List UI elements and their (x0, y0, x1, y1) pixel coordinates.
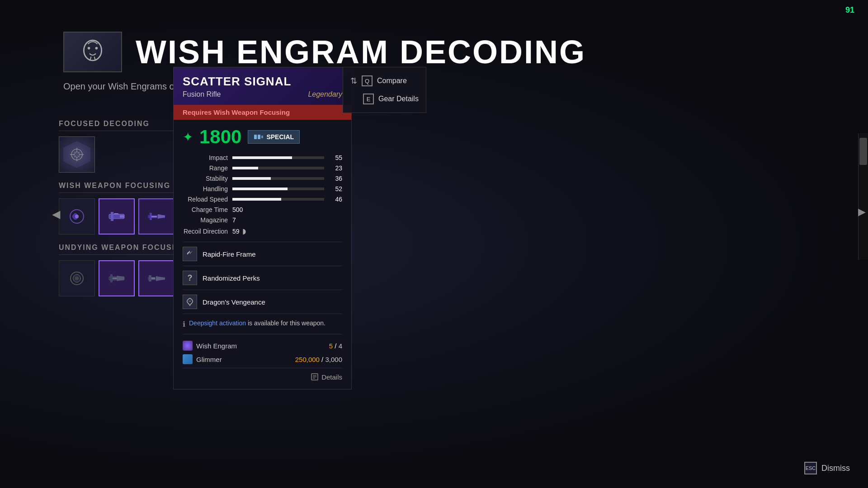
svg-rect-27 (261, 136, 263, 138)
weapon-card-body: ✦ 1800 SPECIAL Impact 55 Range (174, 120, 351, 389)
undying-slot-2[interactable] (99, 260, 135, 296)
glimmer-cost-value: 250,000 / 3,000 (295, 356, 342, 363)
weapon-type-row: Fusion Rifle Legendary (183, 90, 342, 99)
weapon-card-header: SCATTER SIGNAL Fusion Rifle Legendary (174, 67, 351, 105)
context-menu: ⇅ Q Compare E Gear Details (343, 67, 426, 113)
svg-rect-21 (113, 277, 117, 279)
engram-cost-value: 5 / 4 (329, 342, 342, 350)
perk-name-randomized: Randomized Perks (203, 274, 260, 282)
cost-label-glimmer: Glimmer (183, 354, 222, 364)
stat-name-reload: Reload Speed (183, 196, 232, 203)
wish-weapon-icon-2 (105, 205, 128, 228)
deepsight-text: Deepsight activation is available for th… (189, 319, 326, 327)
cost-label-engram: Wish Engram (183, 341, 237, 351)
svg-rect-25 (254, 135, 257, 139)
compare-label: Compare (377, 77, 407, 85)
glimmer-label: Glimmer (196, 356, 222, 363)
right-scrollbar[interactable] (858, 133, 868, 260)
context-compare[interactable]: ⇅ Q Compare (343, 72, 426, 90)
engram-cost-ok: 4 (339, 342, 342, 350)
weapon-rarity: Legendary (308, 90, 342, 99)
deepsight-link[interactable]: Deepsight activation (189, 319, 246, 327)
stat-name-stability: Stability (183, 175, 232, 182)
dismiss-button[interactable]: ESC Dismiss (804, 462, 850, 474)
stat-value-charge-time: 500 (232, 206, 243, 213)
stat-value-magazine: 7 (232, 216, 236, 224)
stat-bar-impact (232, 156, 324, 159)
gear-key: E (363, 94, 374, 104)
perk-name-dragons-vengeance: Dragon's Vengeance (203, 298, 265, 306)
svg-rect-26 (258, 135, 260, 139)
header-icon (63, 32, 122, 72)
perk-randomized: ? Randomized Perks (183, 266, 342, 290)
question-mark: ? (188, 273, 193, 283)
focused-slot-1[interactable] (59, 136, 95, 173)
wish-engram-icon (77, 36, 108, 68)
stat-name-charge-time: Charge Time (183, 206, 232, 213)
cost-row-engram: Wish Engram 5 / 4 (183, 341, 342, 351)
stat-value-handling: 52 (329, 185, 342, 192)
engram-cost-sep: / (335, 342, 338, 350)
svg-point-10 (75, 215, 79, 218)
stat-bar-fill-impact (232, 156, 292, 159)
compare-key: Q (362, 75, 373, 86)
deepsight-suffix: is available for this weapon. (246, 319, 326, 327)
focused-hex-icon (63, 141, 90, 168)
stat-bar-fill-reload (232, 198, 281, 201)
perk-rapid-fire: Rapid-Fire Frame (183, 242, 342, 266)
stat-bar-fill-handling (232, 188, 288, 190)
undying-slot-3[interactable] (138, 260, 175, 296)
stat-name-range: Range (183, 164, 232, 172)
context-gear-details[interactable]: E Gear Details (343, 90, 426, 108)
wish-slot-1[interactable] (59, 198, 95, 235)
svg-point-0 (84, 40, 101, 61)
nav-arrow-left[interactable]: ◀ (52, 208, 60, 221)
requires-banner: Requires Wish Weapon Focusing (174, 105, 351, 120)
stat-row-charge-time: Charge Time 500 (183, 206, 342, 213)
weapon-name: SCATTER SIGNAL (183, 75, 342, 89)
engram-icon (183, 341, 193, 351)
svg-rect-23 (149, 275, 151, 282)
dismiss-key: ESC (804, 462, 817, 474)
wish-slot-2[interactable] (99, 198, 135, 235)
undying-slot-1[interactable] (59, 260, 95, 296)
svg-point-2 (95, 47, 98, 50)
dragons-vengeance-icon (185, 297, 194, 306)
gear-details-label: Gear Details (378, 95, 419, 103)
wish-weapon-icon-3 (145, 205, 168, 228)
details-button[interactable]: Details (183, 368, 342, 383)
stat-value-recoil: 59 (232, 228, 240, 235)
undying-weapon-icon-1 (66, 267, 88, 290)
stats-section: Impact 55 Range 23 Stability 36 (183, 154, 342, 235)
stat-bar-reload (232, 198, 324, 201)
top-right-value: 91 (845, 5, 854, 15)
power-row: ✦ 1800 SPECIAL (183, 126, 342, 148)
page-title: WISH ENGRAM DECODING (136, 33, 586, 70)
perk-icon-rapid-fire (183, 247, 197, 261)
weapon-type: Fusion Rifle (183, 90, 221, 99)
stat-value-stability: 36 (329, 175, 342, 182)
stat-value-reload: 46 (329, 196, 342, 203)
perk-icon-randomized: ? (183, 271, 197, 285)
glimmer-icon (183, 354, 193, 364)
svg-rect-20 (110, 274, 113, 282)
recoil-indicator: ◗ (242, 227, 246, 235)
stat-name-magazine: Magazine (183, 216, 232, 224)
power-icon: ✦ (183, 130, 193, 145)
wish-slot-3[interactable] (138, 198, 175, 235)
power-level: 1800 (199, 126, 241, 148)
header-subtitle: Open your Wish Engrams or c... (63, 81, 192, 92)
right-nav-arrow[interactable]: ▶ (858, 206, 866, 218)
stat-bar-stability (232, 177, 324, 180)
stat-row-recoil: Recoil Direction 59 ◗ (183, 227, 342, 235)
stat-row-stability: Stability 36 (183, 175, 342, 182)
svg-rect-16 (151, 216, 157, 217)
svg-point-1 (88, 47, 90, 50)
stat-row-magazine: Magazine 7 (183, 216, 342, 224)
engram-cost-warn: 5 (329, 342, 333, 350)
stat-bar-range (232, 167, 324, 169)
compare-arrow-icon: ⇅ (350, 76, 357, 86)
scrollbar-thumb (859, 138, 867, 165)
cost-section: Wish Engram 5 / 4 Glimmer 250,000 / 3,00… (183, 334, 342, 364)
undying-weapon-icon-3 (145, 267, 168, 290)
